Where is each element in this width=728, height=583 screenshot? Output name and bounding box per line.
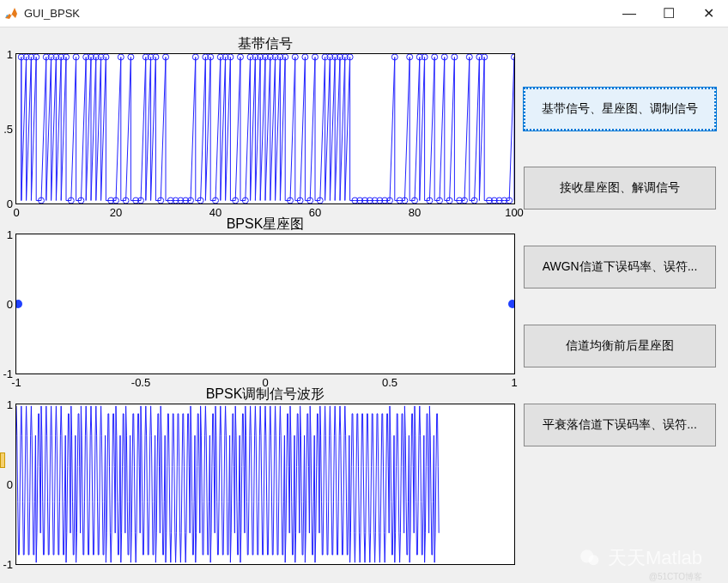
awgn-ber-button[interactable]: AWGN信道下误码率、误符... [524,246,716,288]
watermark-text: 天天Matlab [608,545,702,571]
svg-point-100 [16,300,22,308]
chart-title: BPSK星座图 [16,216,514,234]
receive-constellation-button[interactable]: 接收星座图、解调信号 [524,167,716,210]
matlab-icon [3,6,19,21]
axes-baseband: 基带信号 1 .5 0 0 20 40 60 80 100 [15,53,515,204]
equalize-constellation-button[interactable]: 信道均衡前后星座图 [524,325,716,367]
decoration-stripe [0,452,5,468]
axes-modulated: BPSK调制信号波形 1 0 -1 [15,404,515,565]
ytick: 1 [0,228,13,241]
ytick: 1 [0,48,13,61]
plots-column: 基带信号 1 .5 0 0 20 40 60 80 100 BPSK星座图 1 … [0,34,515,567]
ytick: -1 [0,558,13,571]
wechat-icon [579,547,601,569]
ytick: 1 [0,398,13,411]
flat-fading-ber-button[interactable]: 平衰落信道下误码率、误符... [524,404,716,446]
ytick: 0 [0,478,13,491]
baseband-button[interactable]: 基带信号、星座图、调制信号 [524,88,716,131]
ytick: 0 [0,298,13,311]
svg-point-101 [508,300,514,308]
svg-point-103 [588,555,598,565]
watermark: 天天Matlab [579,545,702,571]
close-button[interactable]: ✕ [689,0,728,27]
button-panel: 基带信号、星座图、调制信号 接收星座图、解调信号 AWGN信道下误码率、误符..… [524,88,716,446]
ytick: .5 [0,123,13,136]
client-area: 基带信号 1 .5 0 0 20 40 60 80 100 BPSK星座图 1 … [0,27,728,583]
chart-title: 基带信号 [16,35,514,53]
maximize-button[interactable]: ☐ [649,0,689,27]
window-title: GUI_BPSK [24,7,610,20]
titlebar: GUI_BPSK — ☐ ✕ [0,0,728,27]
ytick: 0 [0,197,13,210]
axes-constellation: BPSK星座图 1 0 -1 -1 -0.5 0 0.5 1 [15,234,515,374]
svg-point-102 [580,550,593,562]
minimize-button[interactable]: — [610,0,649,27]
chart-title: BPSK调制信号波形 [16,386,514,404]
watermark-sub: @51CTO博客 [649,571,702,583]
